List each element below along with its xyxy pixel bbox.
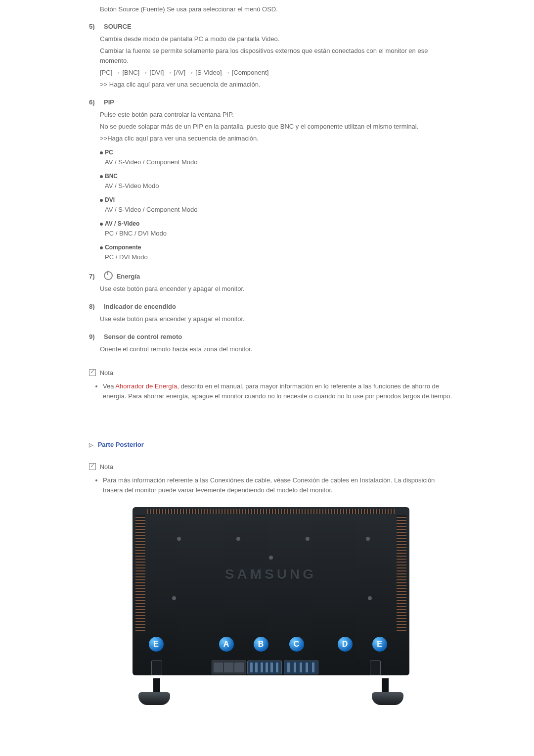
port-c-icon <box>284 661 318 674</box>
section-6-body: Pulse este botón para controlar la venta… <box>100 110 452 262</box>
section-5-head: 5) SOURCE <box>89 23 452 30</box>
section-9-num: 9) <box>89 333 97 340</box>
port-e-left-icon <box>151 661 162 675</box>
section-7: 7) Energía Use este botón para encender … <box>89 271 452 294</box>
power-icon <box>104 271 113 280</box>
energy-saver-link[interactable]: Ahorrador de Energía, <box>115 382 179 390</box>
section-7-num: 7) <box>89 273 97 280</box>
monitor-back-figure: SAMSUNG E A B C D <box>133 507 409 675</box>
section-6: 6) PIP Pulse este botón para controlar l… <box>89 98 452 262</box>
section-8-head: 8) Indicador de encendido <box>89 303 452 310</box>
note-2-list: Para más información referente a las Con… <box>94 475 452 495</box>
section-8: 8) Indicador de encendido Use este botón… <box>89 303 452 324</box>
note-1-list: Vea Ahorrador de Energía, descrito en el… <box>94 381 452 401</box>
section-5-title: SOURCE <box>104 23 132 30</box>
section-5-p2: Cambiar la fuente se permite solamente p… <box>100 46 452 66</box>
section-7-p1: Use este botón para encender y apagar el… <box>100 284 452 294</box>
label-e-right: E <box>372 637 387 652</box>
note-1-label: Nota <box>100 369 113 377</box>
label-e-left: E <box>149 637 164 652</box>
section-6-title: PIP <box>104 98 114 106</box>
pip-bnc-text: AV / S-Video Modo <box>105 181 452 191</box>
pip-comp-name: Componente <box>105 244 141 251</box>
section-6-p1: Pulse este botón para controlar la venta… <box>100 110 452 120</box>
section-6-head: 6) PIP <box>89 98 452 106</box>
pip-dvi-name: DVI <box>105 196 115 203</box>
note-2: Nota Para más información referente a la… <box>89 463 452 495</box>
note-1-item: Vea Ahorrador de Energía, descrito en el… <box>103 381 452 401</box>
label-d: D <box>338 637 353 652</box>
note-1-head: Nota <box>89 369 452 377</box>
port-b-icon <box>247 661 282 674</box>
content-column: Botón Source (Fuente) Se usa para selecc… <box>89 0 452 675</box>
section-8-title: Indicador de encendido <box>104 303 176 310</box>
pip-pc-text: AV / S-Video / Component Modo <box>105 157 452 167</box>
section-6-p3: >>Haga clic aquí para ver una secuencia … <box>100 134 452 143</box>
section-9: 9) Sensor de control remoto Oriente el c… <box>89 333 452 354</box>
port-a-icon <box>212 661 246 674</box>
label-c: C <box>289 637 304 652</box>
section-7-body: Use este botón para encender y apagar el… <box>100 284 452 294</box>
check-icon <box>89 369 96 376</box>
section-9-body: Oriente el control remoto hacia esta zon… <box>100 344 452 354</box>
label-a: A <box>219 637 234 652</box>
section-5-p4: >> Haga clic aquí para ver una secuencia… <box>100 80 452 90</box>
vent-top-icon <box>147 509 395 514</box>
triangle-right-icon: ▷ <box>89 442 93 448</box>
monitor-back-panel: SAMSUNG E A B C D <box>133 507 409 675</box>
note-2-item: Para más información referente a las Con… <box>103 475 452 495</box>
section-8-body: Use este botón para encender y apagar el… <box>100 314 452 324</box>
page-root: Botón Source (Fuente) Se usa para selecc… <box>0 0 534 756</box>
pip-item-pc: PC AV / S-Video / Component Modo <box>100 147 452 167</box>
section-5: 5) SOURCE Cambia desde modo de pantalla … <box>89 23 452 90</box>
note-1: Nota Vea Ahorrador de Energía, descrito … <box>89 369 452 401</box>
foot-right-icon <box>372 692 403 705</box>
pip-dvi-text: AV / S-Video / Component Modo <box>105 205 452 215</box>
section-9-p1: Oriente el control remoto hacia esta zon… <box>100 344 452 354</box>
foot-left-icon <box>138 692 170 705</box>
pip-item-componente: Componente PC / DVI Modo <box>100 242 452 262</box>
section-9-title: Sensor de control remoto <box>104 333 182 340</box>
section-5-p3: [PC] → [BNC] → [DVI] → [AV] → [S-Video] … <box>100 68 452 78</box>
check-icon <box>89 463 96 470</box>
note-2-label: Nota <box>100 463 113 471</box>
port-e-right-icon <box>370 661 381 675</box>
pip-comp-text: PC / DVI Modo <box>105 252 452 262</box>
section-9-head: 9) Sensor de control remoto <box>89 333 452 340</box>
section-7-head: 7) Energía <box>89 271 452 280</box>
section-8-num: 8) <box>89 303 97 310</box>
pip-bnc-name: BNC <box>105 173 118 180</box>
label-b: B <box>254 637 268 652</box>
pip-item-bnc: BNC AV / S-Video Modo <box>100 171 452 191</box>
brand-logo: SAMSUNG <box>133 567 409 582</box>
back-section-heading: ▷ Parte Posterior <box>89 441 452 448</box>
section-5-body: Cambia desde modo de pantalla PC a modo … <box>100 34 452 90</box>
note-2-head: Nota <box>89 463 452 471</box>
note-1-text-a: Vea <box>103 382 115 390</box>
pip-item-av-svideo: AV / S-Video PC / BNC / DVI Modo <box>100 219 452 238</box>
pip-av-text: PC / BNC / DVI Modo <box>105 229 452 238</box>
section-5-p1: Cambia desde modo de pantalla PC a modo … <box>100 34 452 44</box>
pip-item-dvi: DVI AV / S-Video / Component Modo <box>100 195 452 215</box>
pip-pc-name: PC <box>105 149 113 156</box>
section-5-num: 5) <box>89 23 97 30</box>
section-6-sublist: PC AV / S-Video / Component Modo BNC AV … <box>100 147 452 262</box>
pip-av-name: AV / S-Video <box>105 220 139 227</box>
section-7-title: Energía <box>117 273 140 280</box>
intro-text: Botón Source (Fuente) Se usa para selecc… <box>100 5 452 14</box>
section-8-p1: Use este botón para encender y apagar el… <box>100 314 452 324</box>
section-6-p2: No se puede solapar más de un PIP en la … <box>100 122 452 132</box>
back-heading-text: Parte Posterior <box>98 441 144 448</box>
section-6-num: 6) <box>89 98 97 106</box>
